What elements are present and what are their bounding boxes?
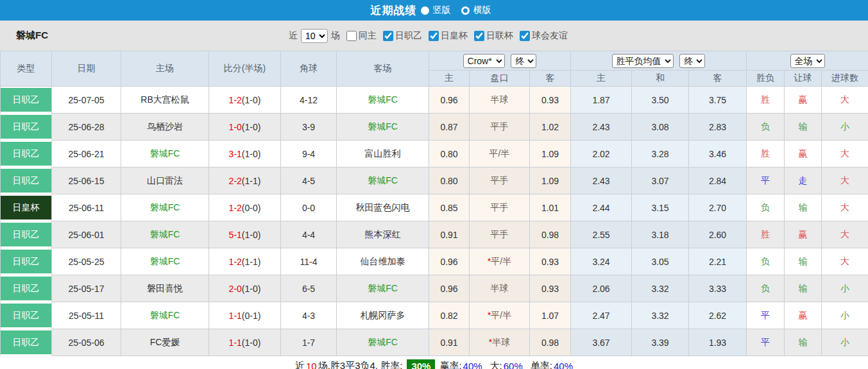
checkbox-label-0[interactable]: 同主 xyxy=(359,30,377,42)
match-row: 日职乙25-05-06FC爱媛1-1(1-0)1-7磐城FC0.91*半球0.9… xyxy=(1,329,868,356)
away-team: 磐城FC xyxy=(337,114,429,141)
result: 平 xyxy=(747,167,785,194)
goals-result: 大 xyxy=(822,141,868,167)
result: 负 xyxy=(747,114,785,141)
avg-draw-odds: 3.28 xyxy=(632,141,689,167)
checkbox-wrap-4: 球会友谊 xyxy=(513,30,568,42)
avg-away-odds: 2.70 xyxy=(689,194,747,221)
sub-header-ah-result: 让球 xyxy=(785,71,822,87)
vertical-radio-label[interactable]: 竖版 xyxy=(433,4,451,16)
sub-header-handicap: 盘口 xyxy=(470,71,530,87)
avg-home-odds: 2.47 xyxy=(571,302,632,329)
away-team: 熊本深红 xyxy=(337,221,429,248)
match-type: 日职乙 xyxy=(1,275,52,302)
checkbox-wrap-0: 同主 xyxy=(340,30,377,42)
score: 2-2(1-1) xyxy=(209,167,281,194)
handicap: 平手 xyxy=(470,114,530,141)
checkbox-2[interactable] xyxy=(429,31,439,41)
checkbox-label-2[interactable]: 日皇杯 xyxy=(441,30,468,42)
horizontal-radio[interactable] xyxy=(461,6,470,15)
checkbox-label-3[interactable]: 日联杯 xyxy=(486,30,513,42)
corners: 4-3 xyxy=(281,302,337,329)
handicap-final-select[interactable]: 终 xyxy=(511,54,536,68)
fulltime-select[interactable]: 全场 xyxy=(790,54,825,68)
ah-home-odds: 0.80 xyxy=(429,141,470,167)
sub-header-avg-away: 客 xyxy=(689,71,747,87)
ah-away-odds: 1.01 xyxy=(530,194,571,221)
corners: 9-4 xyxy=(281,141,337,167)
score: 2-0(1-0) xyxy=(209,275,281,302)
horizontal-radio-label[interactable]: 横版 xyxy=(473,4,491,16)
ah-home-odds: 0.91 xyxy=(429,221,470,248)
handicap-result: 走 xyxy=(785,167,822,194)
ah-home-odds: 0.91 xyxy=(429,329,470,356)
checkbox-1[interactable] xyxy=(383,31,393,41)
ah-home-odds: 0.85 xyxy=(429,194,470,221)
score: 1-2(0-0) xyxy=(209,194,281,221)
avg-draw-odds: 3.39 xyxy=(632,329,689,356)
avg-draw-odds: 3.15 xyxy=(632,194,689,221)
away-team: 磐城FC xyxy=(337,329,429,356)
goals-result: 小 xyxy=(822,329,868,356)
sub-header-avg-draw: 和 xyxy=(632,71,689,87)
single-rate-label: 单率: xyxy=(531,360,552,369)
handicap: *平/半 xyxy=(470,248,530,275)
handicap: *平/半 xyxy=(470,302,530,329)
avg-home-odds: 3.67 xyxy=(571,329,632,356)
home-team: RB大宫松鼠 xyxy=(121,87,209,114)
match-date: 25-06-15 xyxy=(52,167,121,194)
match-date: 25-06-28 xyxy=(52,114,121,141)
away-team: 秋田蓝色闪电 xyxy=(337,194,429,221)
checkbox-3[interactable] xyxy=(474,31,484,41)
ah-away-odds: 0.93 xyxy=(530,248,571,275)
type-badge: 日职乙 xyxy=(1,223,51,246)
corners: 3-9 xyxy=(281,114,337,141)
match-date: 25-07-05 xyxy=(52,87,121,114)
match-type: 日职乙 xyxy=(1,141,52,167)
result: 胜 xyxy=(747,221,785,248)
goals-rate-value: 60% xyxy=(504,361,523,369)
league-checkbox-group: 同主日职乙日皇杯日联杯球会友谊 xyxy=(340,30,568,42)
vertical-radio[interactable] xyxy=(421,6,429,15)
type-badge: 日职乙 xyxy=(1,142,51,166)
filter-bar: 磐城FC 近 10 场 同主日职乙日皇杯日联杯球会友谊 xyxy=(0,21,868,51)
avg-away-odds: 3.75 xyxy=(689,87,747,114)
handicap-result: 输 xyxy=(785,275,822,302)
away-team: 磐城FC xyxy=(337,167,429,194)
title-bar: 近期战绩 竖版 横版 xyxy=(0,0,868,21)
checkbox-0[interactable] xyxy=(346,31,357,41)
win-rate-badge: 30% xyxy=(407,359,435,369)
type-badge: 日职乙 xyxy=(1,277,51,300)
avg-away-odds: 2.60 xyxy=(689,221,747,248)
handicap-result: 输 xyxy=(785,194,822,221)
avg-draw-odds: 3.05 xyxy=(632,248,689,275)
checkbox-label-1[interactable]: 日职乙 xyxy=(395,30,422,42)
col-header-date: 日期 xyxy=(52,51,121,87)
handicap-group-header: Crow* 终 xyxy=(429,51,571,71)
checkbox-4[interactable] xyxy=(520,31,530,41)
match-type: 日职乙 xyxy=(1,167,52,194)
avg-away-odds: 2.62 xyxy=(689,302,747,329)
bookmaker-select[interactable]: Crow* xyxy=(463,54,505,68)
goals-rate-label: 大: xyxy=(490,360,502,369)
sub-header-result: 胜负 xyxy=(747,71,785,87)
match-row: 日职乙25-06-01磐城FC5-1(1-0)4-4熊本深红0.91平手0.98… xyxy=(1,221,868,248)
odds-avg-select[interactable]: 胜平负均值 xyxy=(612,54,674,68)
match-row: 日职乙25-06-21磐城FC3-1(1-0)9-4富山胜利0.80平/半1.0… xyxy=(1,141,868,167)
home-team: 磐城FC xyxy=(121,194,209,221)
games-count-select[interactable]: 10 xyxy=(301,29,328,43)
handicap: 半球 xyxy=(470,87,530,114)
corners: 0-0 xyxy=(281,194,337,221)
sub-header-ah-home: 主 xyxy=(429,71,470,87)
avg-home-odds: 2.43 xyxy=(571,167,632,194)
home-team: 磐城FC xyxy=(121,248,209,275)
avg-draw-odds: 3.32 xyxy=(632,275,689,302)
type-badge: 日职乙 xyxy=(1,115,51,139)
match-date: 25-05-11 xyxy=(52,302,121,329)
match-date: 25-05-17 xyxy=(52,275,121,302)
sub-header-avg-home: 主 xyxy=(571,71,632,87)
odds-final-select[interactable]: 终 xyxy=(679,54,705,68)
home-team: 磐城FC xyxy=(121,221,209,248)
avg-home-odds: 2.02 xyxy=(571,141,632,167)
checkbox-label-4[interactable]: 球会友谊 xyxy=(532,30,568,42)
